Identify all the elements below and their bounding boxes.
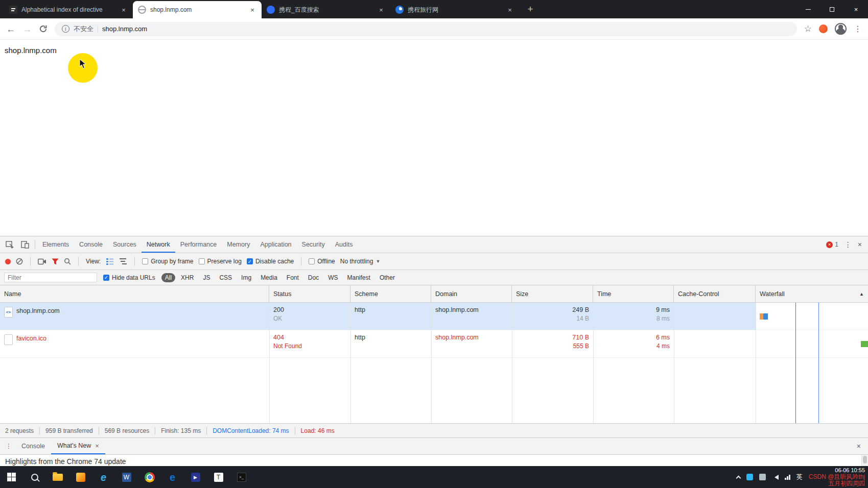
profile-avatar[interactable] bbox=[835, 23, 847, 35]
back-button[interactable]: ← bbox=[6, 25, 15, 34]
tab-security[interactable]: Security bbox=[297, 236, 330, 253]
new-tab-button[interactable]: + bbox=[522, 2, 538, 17]
browser-tab-baidu-search[interactable]: 携程_百度搜索 × bbox=[262, 1, 390, 18]
tray-chat-icon[interactable] bbox=[746, 474, 753, 480]
clear-button[interactable] bbox=[16, 258, 23, 265]
group-by-frame-checkbox[interactable]: Group by frame bbox=[142, 258, 193, 265]
capture-screenshots-button[interactable] bbox=[38, 258, 46, 265]
tray-pen-icon[interactable] bbox=[759, 474, 766, 480]
tab-console[interactable]: Console bbox=[74, 236, 108, 253]
table-row-favicon[interactable]: favicon.ico 404 Not Found http shop.lnmp… bbox=[0, 330, 868, 358]
info-icon[interactable]: i bbox=[62, 25, 69, 33]
taskbar-media-player[interactable]: ▶ bbox=[184, 466, 207, 488]
tab-close-icon[interactable]: × bbox=[377, 6, 385, 14]
column-header-status[interactable]: Status bbox=[269, 285, 350, 302]
offline-checkbox[interactable]: Offline bbox=[309, 258, 335, 265]
error-count-badge[interactable]: × 1 bbox=[826, 241, 838, 248]
filter-type-media[interactable]: Media bbox=[257, 273, 281, 282]
drawer-tab-console[interactable]: Console bbox=[15, 438, 51, 454]
taskbar-word[interactable]: W bbox=[115, 466, 138, 488]
taskbar-image-viewer[interactable] bbox=[69, 466, 92, 488]
drawer-scrollbar[interactable] bbox=[861, 455, 868, 467]
throttling-select[interactable]: No throttling ▼ bbox=[340, 258, 381, 265]
forward-button[interactable]: → bbox=[22, 25, 32, 34]
column-header-name[interactable]: Name bbox=[0, 285, 269, 302]
tab-elements[interactable]: Elements bbox=[37, 236, 74, 253]
tab-title: Alphabetical index of directive bbox=[21, 6, 115, 13]
reload-button[interactable] bbox=[39, 25, 48, 33]
taskbar-chrome[interactable] bbox=[138, 466, 161, 488]
hide-data-urls-checkbox[interactable]: ✓ Hide data URLs bbox=[103, 274, 155, 281]
tab-close-icon[interactable]: × bbox=[506, 6, 514, 14]
browser-tab-apache-docs[interactable]: Alphabetical index of directive × bbox=[4, 1, 133, 18]
taskbar-edge[interactable]: e bbox=[161, 466, 184, 488]
drawer-close-button[interactable]: × bbox=[857, 438, 868, 454]
scrollbar-thumb[interactable] bbox=[863, 456, 867, 463]
page-body-text: shop.lnmp.com bbox=[5, 46, 57, 55]
drawer-tab-close-icon[interactable]: × bbox=[95, 442, 99, 450]
drawer-tab-whats-new[interactable]: What's New × bbox=[51, 438, 105, 454]
language-indicator[interactable]: 英 bbox=[796, 473, 803, 481]
maximize-button[interactable] bbox=[820, 0, 844, 18]
browser-tab-shop-lnmp[interactable]: shop.lnmp.com × bbox=[133, 1, 262, 18]
security-label: 不安全 bbox=[74, 25, 93, 34]
tab-network[interactable]: Network bbox=[142, 236, 175, 253]
browser-menu-button[interactable]: ⋮ bbox=[854, 25, 862, 33]
search-button[interactable] bbox=[64, 258, 71, 265]
drawer-menu-button[interactable]: ⋮ bbox=[2, 438, 15, 454]
tab-application[interactable]: Application bbox=[255, 236, 296, 253]
ctrip-favicon-icon bbox=[395, 6, 404, 14]
filter-type-ws[interactable]: WS bbox=[324, 273, 341, 282]
tab-audits[interactable]: Audits bbox=[330, 236, 358, 253]
volume-icon[interactable] bbox=[772, 475, 779, 480]
column-header-cache-control[interactable]: Cache-Control bbox=[674, 285, 756, 302]
browser-tab-ctrip[interactable]: 携程旅行网 × bbox=[390, 1, 519, 18]
column-header-scheme[interactable]: Scheme bbox=[350, 285, 431, 302]
start-button[interactable] bbox=[0, 466, 23, 488]
column-header-domain[interactable]: Domain bbox=[431, 285, 512, 302]
preserve-log-checkbox[interactable]: Preserve log bbox=[199, 258, 242, 265]
filter-type-other[interactable]: Other bbox=[376, 273, 398, 282]
taskbar-typora[interactable]: T bbox=[207, 466, 230, 488]
taskbar-clock[interactable]: 06-06 10:55 CSDN @且听风吟thj 五月初四周四 bbox=[809, 467, 865, 487]
taskbar-internet-explorer[interactable]: e bbox=[92, 466, 115, 488]
column-header-size[interactable]: Size bbox=[512, 285, 593, 302]
tab-close-icon[interactable]: × bbox=[120, 6, 128, 14]
disable-cache-checkbox[interactable]: ✓ Disable cache bbox=[247, 258, 294, 265]
devtools-close-button[interactable]: × bbox=[858, 240, 862, 249]
taskbar-terminal[interactable]: >_ bbox=[230, 466, 253, 488]
filter-toggle-button[interactable] bbox=[52, 258, 59, 265]
table-row-shop-lnmp[interactable]: <> shop.lnmp.com 200 OK http shop.lnmp.c… bbox=[0, 303, 868, 330]
column-header-waterfall[interactable]: Waterfall ▲ bbox=[756, 285, 868, 302]
view-small-rows-button[interactable] bbox=[106, 258, 114, 265]
table-header: Name Status Scheme Domain Size Time Cach… bbox=[0, 285, 868, 303]
network-signal-icon[interactable] bbox=[785, 475, 790, 480]
filter-type-manifest[interactable]: Manifest bbox=[344, 273, 374, 282]
view-overview-button[interactable] bbox=[119, 258, 127, 265]
tab-memory[interactable]: Memory bbox=[222, 236, 255, 253]
bookmark-star-icon[interactable]: ☆ bbox=[804, 25, 812, 33]
close-window-button[interactable]: × bbox=[844, 0, 868, 18]
extension-icon[interactable] bbox=[819, 25, 828, 33]
inspect-element-button[interactable] bbox=[2, 236, 17, 253]
address-bar[interactable]: i 不安全 shop.lnmp.com bbox=[55, 22, 797, 36]
tab-close-icon[interactable]: × bbox=[248, 6, 256, 14]
device-toolbar-button[interactable] bbox=[17, 236, 33, 253]
minimize-button[interactable] bbox=[796, 0, 820, 18]
filter-type-font[interactable]: Font bbox=[283, 273, 302, 282]
column-header-time[interactable]: Time bbox=[593, 285, 674, 302]
taskbar-search-button[interactable] bbox=[23, 466, 46, 488]
tab-performance[interactable]: Performance bbox=[175, 236, 222, 253]
filter-type-doc[interactable]: Doc bbox=[304, 273, 322, 282]
filter-type-js[interactable]: JS bbox=[199, 273, 214, 282]
filter-type-xhr[interactable]: XHR bbox=[177, 273, 197, 282]
filter-input[interactable] bbox=[4, 273, 97, 282]
filter-type-all[interactable]: All bbox=[161, 273, 175, 282]
tray-chevron-up-icon[interactable] bbox=[736, 475, 741, 480]
devtools-menu-button[interactable]: ⋮ bbox=[844, 240, 852, 249]
filter-type-img[interactable]: Img bbox=[238, 273, 255, 282]
record-button[interactable] bbox=[5, 259, 11, 264]
filter-type-css[interactable]: CSS bbox=[216, 273, 236, 282]
taskbar-file-explorer[interactable] bbox=[46, 466, 69, 488]
tab-sources[interactable]: Sources bbox=[108, 236, 142, 253]
